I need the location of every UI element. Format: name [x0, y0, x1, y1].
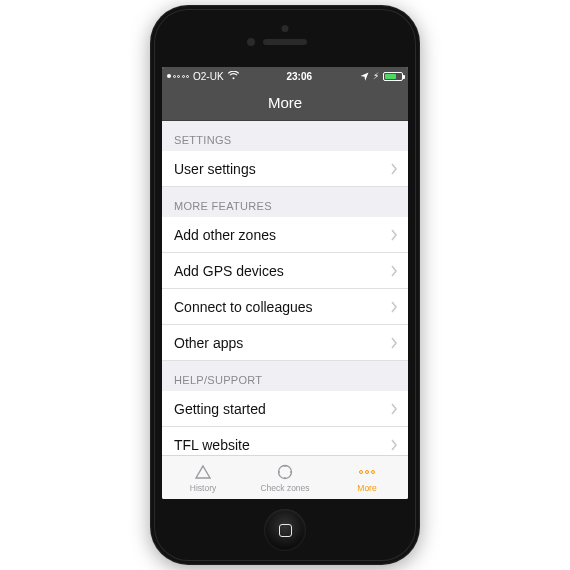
section-header-settings: SETTINGS: [162, 121, 408, 151]
nav-header: More: [162, 85, 408, 121]
chevron-right-icon: [390, 265, 398, 277]
section-help: HELP/SUPPORT Getting started TFL website: [162, 361, 408, 455]
chevron-right-icon: [390, 301, 398, 313]
phone-sensor: [247, 38, 255, 46]
target-icon: [276, 462, 294, 482]
triangle-icon: [194, 462, 212, 482]
section-features: MORE FEATURES Add other zones Add GPS de…: [162, 187, 408, 361]
row-label: Connect to colleagues: [174, 299, 313, 315]
tab-bar: History Check zones More: [162, 455, 408, 499]
more-icon: [359, 462, 375, 482]
signal-strength-icon: [167, 74, 189, 78]
row-label: User settings: [174, 161, 256, 177]
battery-icon: [383, 72, 403, 81]
carrier-label: O2-UK: [193, 71, 224, 82]
row-label: TFL website: [174, 437, 250, 453]
tab-label: History: [190, 483, 216, 493]
chevron-right-icon: [390, 403, 398, 415]
chevron-right-icon: [390, 229, 398, 241]
location-icon: [360, 72, 369, 81]
section-settings: SETTINGS User settings: [162, 121, 408, 187]
row-label: Add other zones: [174, 227, 276, 243]
row-other-apps[interactable]: Other apps: [162, 325, 408, 361]
row-add-gps-devices[interactable]: Add GPS devices: [162, 253, 408, 289]
chevron-right-icon: [390, 337, 398, 349]
row-label: Getting started: [174, 401, 266, 417]
row-user-settings[interactable]: User settings: [162, 151, 408, 187]
page-title: More: [268, 94, 302, 111]
phone-camera: [282, 25, 289, 32]
home-button[interactable]: [264, 509, 306, 551]
clock: 23:06: [286, 71, 312, 82]
section-header-help: HELP/SUPPORT: [162, 361, 408, 391]
row-getting-started[interactable]: Getting started: [162, 391, 408, 427]
screen: O2-UK 23:06 ⚡︎ More SETTINGS User s: [162, 67, 408, 499]
row-connect-colleagues[interactable]: Connect to colleagues: [162, 289, 408, 325]
tab-history[interactable]: History: [162, 456, 244, 499]
tab-check-zones[interactable]: Check zones: [244, 456, 326, 499]
svg-point-0: [279, 466, 292, 479]
row-tfl-website[interactable]: TFL website: [162, 427, 408, 455]
chevron-right-icon: [390, 163, 398, 175]
chevron-right-icon: [390, 439, 398, 451]
tab-label: More: [357, 483, 376, 493]
row-add-other-zones[interactable]: Add other zones: [162, 217, 408, 253]
row-label: Other apps: [174, 335, 243, 351]
content-scroll[interactable]: SETTINGS User settings MORE FEATURES Add…: [162, 121, 408, 455]
wifi-icon: [228, 71, 239, 82]
tab-more[interactable]: More: [326, 456, 408, 499]
phone-frame: O2-UK 23:06 ⚡︎ More SETTINGS User s: [150, 5, 420, 565]
charging-icon: ⚡︎: [373, 71, 379, 81]
row-label: Add GPS devices: [174, 263, 284, 279]
section-header-features: MORE FEATURES: [162, 187, 408, 217]
status-bar: O2-UK 23:06 ⚡︎: [162, 67, 408, 85]
phone-speaker: [263, 39, 307, 45]
tab-label: Check zones: [260, 483, 309, 493]
